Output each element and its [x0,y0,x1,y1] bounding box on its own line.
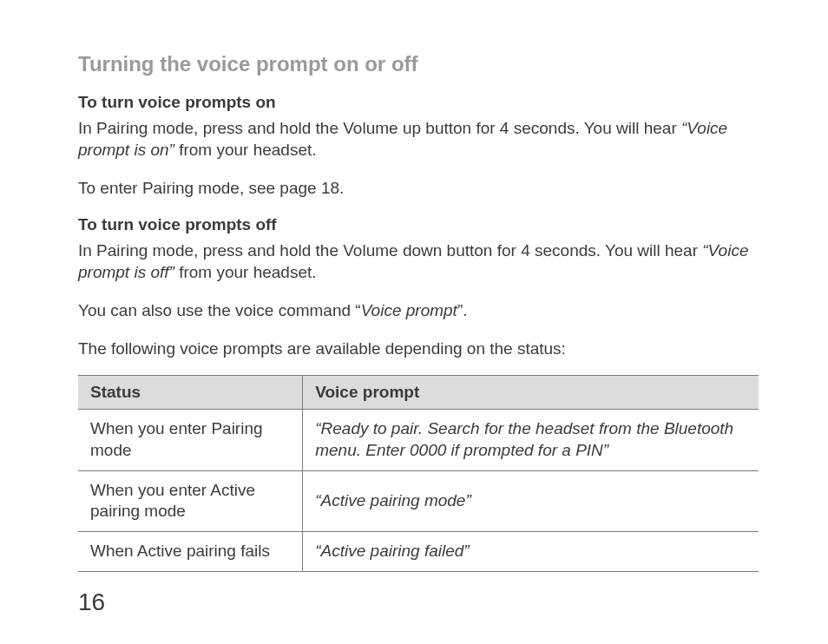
text-run-italic: Voice prompt [361,301,457,319]
text-run: You can also use the voice command “ [78,301,361,319]
paragraph: In Pairing mode, press and hold the Volu… [78,240,759,284]
table-cell-status: When Active pairing fails [78,532,303,572]
page-number: 16 [78,588,105,616]
table-header-prompt: Voice prompt [303,376,759,410]
text-run: In Pairing mode, press and hold the Volu… [78,241,702,260]
text-run: In Pairing mode, press and hold the Volu… [78,119,681,137]
table-row: When Active pairing fails “Active pairin… [78,532,759,572]
text-run: from your headset. [174,263,317,281]
table-header-row: Status Voice prompt [78,376,759,410]
table-row: When you enter Active pairing mode “Acti… [78,470,759,531]
paragraph: You can also use the voice command “Voic… [78,299,759,322]
text-run: ”. [457,301,468,319]
table-cell-status: When you enter Pairing mode [78,410,303,470]
table-row: When you enter Pairing mode “Ready to pa… [78,410,759,470]
paragraph: In Pairing mode, press and hold the Volu… [78,117,759,161]
paragraph: To enter Pairing mode, see page 18. [78,177,759,200]
text-run: from your headset. [174,141,317,159]
subheading-on: To turn voice prompts on [78,93,759,112]
table-header-status: Status [78,376,303,410]
table-cell-prompt: “Active pairing mode” [303,470,759,531]
voice-prompt-table: Status Voice prompt When you enter Pairi… [78,375,759,571]
section-title: Turning the voice prompt on or off [78,52,759,77]
subheading-off: To turn voice prompts off [78,215,759,234]
table-cell-prompt: “Ready to pair. Search for the headset f… [303,410,759,470]
table-cell-prompt: “Active pairing failed” [303,532,759,572]
manual-page: Turning the voice prompt on or off To tu… [0,0,828,644]
paragraph: The following voice prompts are availabl… [78,338,759,360]
table-cell-status: When you enter Active pairing mode [78,470,303,531]
